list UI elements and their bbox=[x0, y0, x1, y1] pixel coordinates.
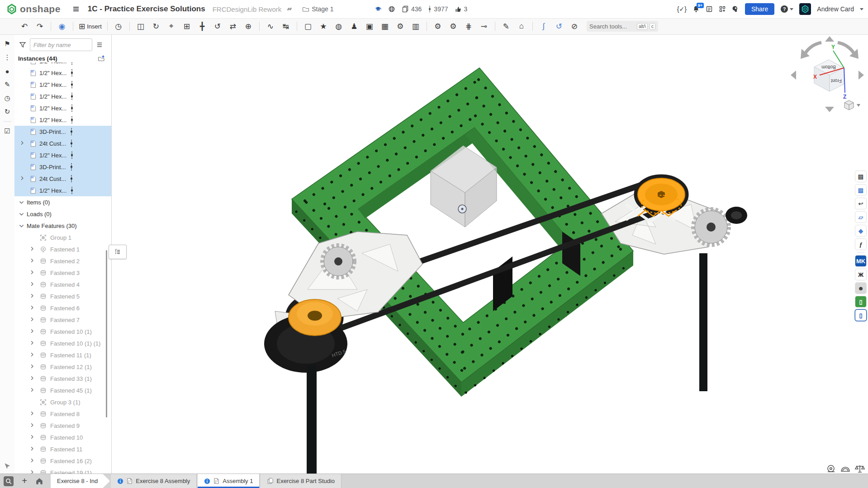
mate-feature-row[interactable]: Fastened 10 bbox=[14, 431, 111, 443]
gem-icon[interactable]: ◆ bbox=[855, 225, 866, 236]
panel-scrollbar[interactable] bbox=[106, 250, 107, 417]
learn-badge-button[interactable] bbox=[375, 5, 382, 13]
rotate-left-arrow[interactable] bbox=[791, 71, 796, 80]
copies-count[interactable]: 436 bbox=[402, 5, 422, 13]
mate-connector-symbol-icon[interactable] bbox=[70, 104, 74, 112]
expand-chevron-icon[interactable] bbox=[20, 176, 24, 180]
mate-feature-row[interactable]: Fastened 11 (1) bbox=[14, 349, 111, 361]
instance-row[interactable]: 1/2" Hex... bbox=[14, 90, 111, 102]
user-caret-icon[interactable] bbox=[860, 8, 863, 10]
instance-row[interactable]: 1/2" Hex... bbox=[14, 114, 111, 126]
mate-feature-row[interactable]: Fastened 10 (1) (1) bbox=[14, 337, 111, 349]
export-part-icon[interactable]: ↩ bbox=[855, 198, 866, 209]
mate-feature-row[interactable]: Fastened 7 bbox=[14, 314, 111, 326]
expand-chevron-icon[interactable] bbox=[20, 141, 24, 145]
cube-grid-icon[interactable]: ▧ bbox=[855, 185, 866, 195]
tree-section-header[interactable]: Loads (0) bbox=[14, 208, 111, 220]
measure-icon[interactable]: ↹ bbox=[280, 20, 292, 32]
select-box-icon[interactable]: ▢ bbox=[302, 20, 314, 32]
isometric-view-button[interactable] bbox=[844, 100, 860, 110]
checklist-icon[interactable]: ☑ bbox=[1, 124, 13, 138]
mate-feature-row[interactable]: Fastened 45 (1) bbox=[14, 384, 111, 396]
avatar[interactable] bbox=[799, 3, 811, 15]
tape-measure-icon[interactable] bbox=[828, 465, 835, 472]
section-view-icon[interactable]: ⊘ bbox=[568, 20, 581, 32]
stamp-icon[interactable]: ▣ bbox=[363, 20, 376, 32]
expand-chevron-icon[interactable] bbox=[30, 282, 34, 286]
new-tab-button[interactable]: + bbox=[20, 476, 29, 486]
expand-chevron-icon[interactable] bbox=[30, 446, 34, 451]
mate-feature-row[interactable]: Fastened 11 bbox=[14, 443, 111, 455]
mate-connector-symbol-icon[interactable] bbox=[70, 69, 74, 77]
left-orange-pulley[interactable] bbox=[289, 299, 341, 336]
help-button[interactable]: ? bbox=[780, 5, 793, 13]
mate-connector-symbol-icon[interactable] bbox=[70, 175, 73, 183]
undo-icon[interactable]: ↶ bbox=[18, 20, 31, 32]
tree-section-header[interactable]: Items (0) bbox=[14, 196, 111, 208]
mate-connector-symbol-icon[interactable] bbox=[70, 92, 74, 100]
pointer-mode-icon[interactable] bbox=[3, 462, 11, 470]
mate-feature-row[interactable]: Fastened 10 (1) bbox=[14, 326, 111, 337]
viewport-3d[interactable]: HTD 5 Bottom Front Y X Z bbox=[111, 34, 868, 474]
move-icon[interactable]: ╋ bbox=[196, 20, 209, 32]
rotate-up-arrow[interactable] bbox=[825, 36, 834, 42]
mate-connector-add-icon[interactable]: ⋮ bbox=[1, 51, 13, 64]
instance-row[interactable]: 1/2" Hex... bbox=[14, 79, 111, 90]
instance-row[interactable]: 1/2" Hex... bbox=[14, 62, 111, 67]
machine-icon[interactable]: ⚙ bbox=[394, 20, 407, 32]
mate-feature-row[interactable]: Fastened 6 bbox=[14, 302, 111, 314]
mate-connector-symbol-icon[interactable] bbox=[70, 139, 73, 147]
expand-chevron-icon[interactable] bbox=[30, 435, 34, 439]
expand-chevron-icon[interactable] bbox=[30, 364, 34, 369]
ai-assistant-button[interactable] bbox=[732, 5, 739, 13]
update-sync-icon[interactable]: ◉ bbox=[56, 20, 68, 32]
mate-connector-symbol-icon[interactable] bbox=[70, 62, 74, 65]
book-icon[interactable]: ▥ bbox=[409, 20, 422, 32]
expand-chevron-icon[interactable] bbox=[30, 458, 34, 463]
mate-connector-symbol-icon[interactable] bbox=[70, 163, 73, 171]
roll-cw-arrow[interactable] bbox=[838, 43, 854, 53]
mate-feature-row[interactable]: Fastened 16 (2) bbox=[14, 455, 111, 467]
expand-chevron-icon[interactable] bbox=[30, 270, 34, 275]
tab-info-icon[interactable] bbox=[117, 478, 123, 484]
follow-mode-icon[interactable]: ⚑ bbox=[1, 37, 13, 51]
onshape-logo[interactable]: onshape bbox=[6, 4, 61, 14]
mate-connector-icon[interactable]: ⌖ bbox=[165, 20, 178, 32]
expand-chevron-icon[interactable] bbox=[30, 341, 34, 345]
named-view-icon[interactable]: ★ bbox=[317, 20, 330, 32]
link-icon[interactable] bbox=[286, 5, 293, 13]
versions-icon[interactable]: ↻ bbox=[1, 105, 13, 118]
apps-button[interactable] bbox=[719, 5, 726, 13]
mate-feature-row[interactable]: Group 3 (1) bbox=[14, 396, 111, 408]
mate-connector-symbol-icon[interactable] bbox=[70, 116, 74, 124]
snapshot-icon[interactable]: ◷ bbox=[112, 20, 125, 32]
collapse-chevron-icon[interactable] bbox=[19, 223, 24, 228]
instance-row[interactable]: 1/2" Hex... bbox=[14, 149, 111, 161]
mk-icon[interactable]: MK bbox=[855, 256, 866, 266]
scale-icon[interactable] bbox=[855, 465, 864, 472]
mate-connector-symbol-icon[interactable] bbox=[70, 186, 74, 194]
rack-icon[interactable]: ⋕ bbox=[462, 20, 475, 32]
rotate-icon[interactable]: ↺ bbox=[211, 20, 224, 32]
mate-connector-symbol-icon[interactable] bbox=[70, 81, 74, 89]
robot-icon[interactable]: ☻ bbox=[855, 283, 866, 294]
right-leg[interactable] bbox=[699, 253, 707, 391]
expand-chevron-icon[interactable] bbox=[30, 246, 34, 251]
instance-row[interactable]: 1/2" Hex... bbox=[14, 102, 111, 114]
nodes-count[interactable]: 3977 bbox=[428, 5, 448, 13]
drawing-icon[interactable]: ✎ bbox=[500, 20, 512, 32]
rotate-right-arrow[interactable] bbox=[859, 71, 864, 80]
mate-feature-row[interactable]: Fastened 2 bbox=[14, 255, 111, 267]
element-tab[interactable]: Assembly 1 bbox=[198, 474, 260, 488]
view-options-caret-icon[interactable] bbox=[857, 104, 860, 107]
mate-connector-symbol-icon[interactable] bbox=[70, 151, 74, 159]
redo-icon[interactable]: ↷ bbox=[33, 20, 46, 32]
expand-chevron-icon[interactable] bbox=[30, 388, 34, 392]
sketch-tool-icon[interactable]: ▱ bbox=[855, 212, 866, 223]
instance-row[interactable]: 24t Cust... bbox=[14, 173, 111, 185]
gear-pair-icon[interactable]: ⚙ bbox=[432, 20, 444, 32]
notes-icon[interactable]: ✎ bbox=[1, 78, 13, 91]
loop-icon[interactable]: ↺ bbox=[553, 20, 565, 32]
rotate-down-arrow[interactable] bbox=[825, 107, 834, 112]
instance-row[interactable]: 3D-Print... bbox=[14, 126, 111, 137]
